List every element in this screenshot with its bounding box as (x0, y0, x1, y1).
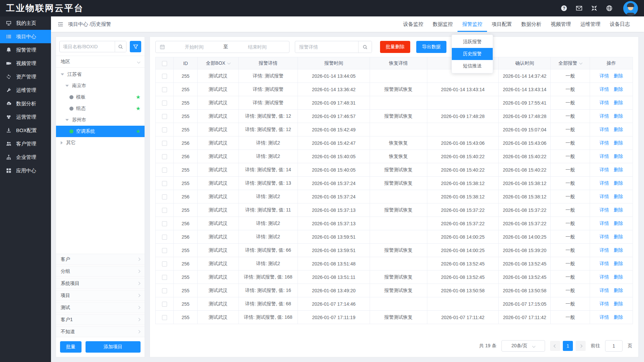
sidebar-item-4[interactable]: 资产管理 (0, 70, 51, 83)
col-box-filter[interactable]: 全部BOX (198, 57, 238, 69)
accordion-item-5[interactable]: 客户1 (56, 314, 145, 325)
delete-link[interactable]: 删除 (613, 234, 623, 239)
detail-link[interactable]: 详情 (599, 247, 609, 253)
detail-link[interactable]: 详情 (599, 314, 609, 320)
next-page-button[interactable] (576, 341, 586, 351)
row-checkbox[interactable] (162, 275, 167, 280)
delete-link[interactable]: 删除 (613, 301, 623, 306)
accordion-item-4[interactable]: 测试 (56, 302, 145, 313)
detail-link[interactable]: 详情 (599, 194, 609, 199)
delete-link[interactable]: 删除 (613, 180, 623, 186)
row-checkbox[interactable] (162, 221, 167, 226)
detail-link[interactable]: 详情 (599, 73, 609, 78)
detail-link[interactable]: 详情 (599, 140, 609, 145)
col-level-filter[interactable]: 全部报警 (551, 57, 590, 69)
nav-item-1[interactable]: 数据监控 (428, 16, 458, 32)
detail-link[interactable]: 详情 (599, 207, 609, 213)
page-size-select[interactable]: 20条/页 (501, 340, 545, 352)
start-time-input[interactable] (166, 44, 222, 50)
detail-link[interactable]: 详情 (599, 221, 609, 226)
row-checkbox[interactable] (162, 261, 167, 266)
tree-item-1[interactable]: 南京市 (56, 80, 145, 92)
delete-link[interactable]: 删除 (613, 100, 623, 105)
row-checkbox[interactable] (162, 87, 167, 92)
dropdown-item-1[interactable]: 历史报警 (452, 48, 493, 60)
delete-link[interactable]: 删除 (613, 221, 623, 226)
batch-delete-button[interactable]: 批量删除 (380, 41, 410, 53)
detail-link[interactable]: 详情 (599, 113, 609, 119)
region-accordion-header[interactable]: 地区 (56, 56, 145, 68)
row-checkbox[interactable] (162, 315, 167, 320)
detail-link[interactable]: 详情 (599, 274, 609, 280)
delete-link[interactable]: 删除 (613, 247, 623, 253)
delete-link[interactable]: 删除 (613, 194, 623, 199)
row-checkbox[interactable] (162, 208, 167, 213)
collapse-menu-icon[interactable] (58, 21, 63, 27)
row-checkbox[interactable] (162, 168, 167, 173)
sidebar-item-2[interactable]: 报警管理 (0, 43, 51, 57)
delete-link[interactable]: 删除 (613, 140, 623, 145)
prev-page-button[interactable] (550, 341, 560, 351)
dropdown-item-0[interactable]: 活跃报警 (452, 36, 493, 48)
delete-link[interactable]: 删除 (613, 154, 623, 159)
tree-item-5[interactable]: 空调系统★ (56, 126, 145, 137)
star-icon[interactable]: ★ (136, 95, 141, 100)
row-checkbox[interactable] (162, 141, 167, 146)
detail-link[interactable]: 详情 (599, 100, 609, 105)
date-range-picker[interactable]: 至 (155, 41, 289, 53)
delete-link[interactable]: 删除 (613, 274, 623, 280)
search-icon[interactable] (115, 41, 126, 52)
delete-link[interactable]: 删除 (613, 86, 623, 92)
tree-item-0[interactable]: 江苏省 (56, 69, 145, 80)
sidebar-item-9[interactable]: 客户管理 (0, 137, 51, 150)
sidebar-item-3[interactable]: 视频管理 (0, 57, 51, 70)
accordion-item-0[interactable]: 客户 (56, 254, 145, 265)
row-checkbox[interactable] (162, 248, 167, 253)
detail-link[interactable]: 详情 (599, 154, 609, 159)
accordion-item-3[interactable]: 项目 (56, 290, 145, 301)
mail-icon[interactable] (576, 5, 582, 11)
tree-item-6[interactable]: 其它 (56, 137, 145, 148)
row-checkbox[interactable] (162, 181, 167, 186)
detail-link[interactable]: 详情 (599, 301, 609, 306)
star-icon[interactable]: ★ (136, 129, 141, 134)
tree-item-3[interactable]: 组态★ (56, 103, 145, 114)
row-checkbox[interactable] (162, 154, 167, 159)
detail-link[interactable]: 详情 (599, 180, 609, 186)
delete-link[interactable]: 删除 (613, 113, 623, 119)
export-data-button[interactable]: 导出数据 (416, 41, 446, 53)
delete-link[interactable]: 删除 (613, 314, 623, 320)
nav-item-4[interactable]: 数据分析 (517, 16, 546, 32)
row-checkbox[interactable] (162, 74, 167, 79)
dropdown-item-2[interactable]: 短信推送 (452, 60, 493, 72)
sidebar-item-5[interactable]: 运维管理 (0, 83, 51, 97)
row-checkbox[interactable] (162, 288, 167, 293)
nav-item-2[interactable]: 报警监控活跃报警历史报警短信推送 (458, 16, 487, 32)
detail-link[interactable]: 详情 (599, 234, 609, 239)
detail-link[interactable]: 详情 (599, 288, 609, 293)
sidebar-item-7[interactable]: 运营管理 (0, 110, 51, 124)
alarm-detail-input[interactable] (295, 44, 358, 50)
tree-item-4[interactable]: 苏州市 (56, 114, 145, 126)
filter-button[interactable] (130, 41, 141, 52)
delete-link[interactable]: 删除 (613, 167, 623, 172)
current-page-button[interactable]: 1 (563, 341, 573, 351)
delete-link[interactable]: 删除 (613, 261, 623, 266)
user-avatar[interactable] (623, 1, 638, 16)
goto-page-input[interactable] (605, 340, 623, 352)
accordion-item-2[interactable]: 系统项目 (56, 278, 145, 289)
globe-icon[interactable] (606, 5, 612, 11)
search-icon[interactable] (358, 41, 372, 53)
project-search-input[interactable] (60, 44, 115, 49)
row-checkbox[interactable] (162, 194, 167, 199)
detail-link[interactable]: 详情 (599, 261, 609, 266)
add-project-button[interactable]: 添加项目 (86, 341, 141, 353)
sidebar-item-11[interactable]: 应用中心 (0, 164, 51, 177)
detail-link[interactable]: 详情 (599, 167, 609, 172)
select-all-checkbox[interactable] (162, 61, 167, 66)
help-icon[interactable]: ? (561, 5, 567, 11)
sidebar-item-1[interactable]: 项目中心 (0, 30, 51, 43)
row-checkbox[interactable] (162, 235, 167, 240)
batch-button[interactable]: 批量 (60, 341, 82, 353)
end-time-input[interactable] (229, 44, 285, 50)
